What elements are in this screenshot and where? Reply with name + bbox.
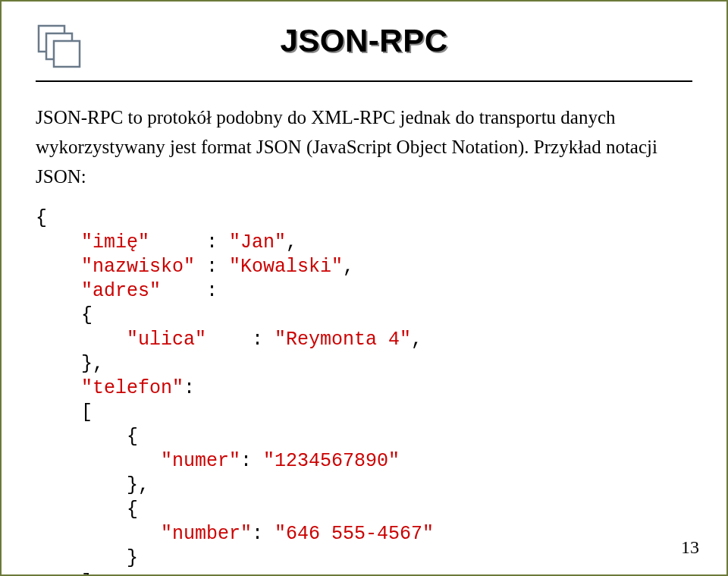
slide-header: JSON-RPC: [36, 23, 692, 70]
slide-title: JSON-RPC: [280, 23, 447, 59]
divider: [36, 80, 692, 82]
svg-rect-2: [54, 41, 80, 67]
logo-icon: [36, 23, 83, 70]
code-example: { "imię" : "Jan", "nazwisko" : "Kowalski…: [36, 206, 692, 576]
page-number: 13: [681, 537, 699, 558]
body-paragraph: JSON-RPC to protokół podobny do XML-RPC …: [36, 103, 692, 191]
